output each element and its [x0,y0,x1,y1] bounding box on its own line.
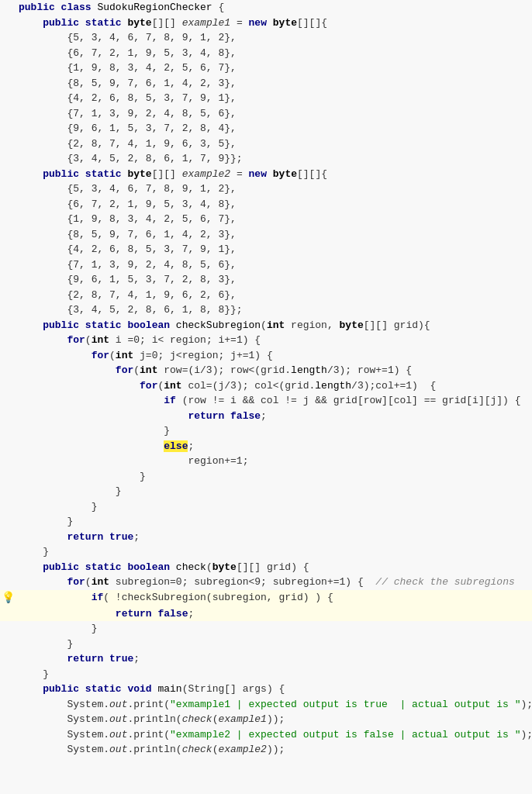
code-content: } [16,637,532,652]
code-content: {1, 9, 8, 3, 4, 2, 5, 6, 7}, [16,60,532,76]
code-line: else; [0,439,532,454]
code-line: } [0,514,532,530]
code-content: {5, 3, 4, 6, 7, 8, 9, 1, 2}, [16,30,532,46]
code-content: System.out.println(check(example1)); [16,712,532,727]
code-line: {8, 5, 9, 7, 6, 1, 4, 2, 3}, [0,76,532,91]
code-line: {7, 1, 3, 9, 2, 4, 8, 5, 6}, [0,257,532,273]
code-line: return true; [0,651,532,667]
code-line: } [0,499,532,515]
code-line: {2, 8, 7, 4, 1, 9, 6, 3, 5}, [0,136,532,152]
code-content: for(int row=(i/3); row<(grid.length/3); … [16,363,532,378]
code-content: public static byte[][] example1 = new by… [16,16,532,31]
code-line: System.out.print("exmample1 | expected o… [0,697,532,713]
code-line: } [0,423,532,439]
code-line: System.out.println(check(example1)); [0,712,532,727]
code-line: {6, 7, 2, 1, 9, 5, 3, 4, 8}, [0,46,532,61]
code-content: for(int i =0; i< region; i+=1) { [16,333,532,348]
code-content: System.out.print("exmample2 | expected o… [16,727,532,743]
code-content: {6, 7, 2, 1, 9, 5, 3, 4, 8}, [16,46,532,61]
code-line: {4, 2, 6, 8, 5, 3, 7, 9, 1}, [0,91,532,106]
code-content: {9, 6, 1, 5, 3, 7, 2, 8, 3}, [16,272,532,288]
code-line: } [0,667,532,682]
code-content: return false; [16,606,532,622]
code-line: {3, 4, 5, 2, 8, 6, 1, 8, 8}}; [0,302,532,318]
code-line: {7, 1, 3, 9, 2, 4, 8, 5, 6}, [0,106,532,122]
code-line: } [0,544,532,560]
code-content: } [16,544,532,560]
code-line: {3, 4, 5, 2, 8, 6, 1, 7, 9}}; [0,151,532,167]
code-content: } [16,621,532,637]
code-line: for(int col=(j/3); col<(grid.length/3);c… [0,378,532,394]
code-line: for(int j=0; j<region; j+=1) { [0,348,532,364]
code-line: public static boolean checkSubregion(int… [0,318,532,333]
code-line: {6, 7, 2, 1, 9, 5, 3, 4, 8}, [0,197,532,212]
code-line: return true; [0,530,532,545]
code-line: if (row != i && col != j && grid[row][co… [0,393,532,409]
code-content: } [16,514,532,530]
code-content: {6, 7, 2, 1, 9, 5, 3, 4, 8}, [16,197,532,212]
code-content: public static boolean checkSubregion(int… [16,318,532,333]
code-line: {9, 6, 1, 5, 3, 7, 2, 8, 4}, [0,121,532,136]
code-content: return true; [16,651,532,667]
code-content: {1, 9, 8, 3, 4, 2, 5, 6, 7}, [16,212,532,227]
code-content: public class SudokuRegionChecker { [16,0,532,16]
code-content: {4, 2, 6, 8, 5, 3, 7, 9, 1}, [16,242,532,257]
code-content: for(int col=(j/3); col<(grid.length/3);c… [16,378,532,394]
code-line: {5, 3, 4, 6, 7, 8, 9, 1, 2}, [0,181,532,197]
code-content: {3, 4, 5, 2, 8, 6, 1, 8, 8}}; [16,302,532,318]
code-content: {5, 3, 4, 6, 7, 8, 9, 1, 2}, [16,181,532,197]
code-content: public static void main(String[] args) { [16,682,532,697]
code-content: } [16,667,532,682]
code-content: {7, 1, 3, 9, 2, 4, 8, 5, 6}, [16,106,532,122]
code-content: } [16,484,532,499]
code-content: {8, 5, 9, 7, 6, 1, 4, 2, 3}, [16,227,532,243]
code-line: } [0,469,532,485]
code-content: for(int subregion=0; subregion<9; subreg… [16,575,532,590]
code-content: return true; [16,530,532,545]
code-content: {3, 4, 5, 2, 8, 6, 1, 7, 9}}; [16,151,532,167]
code-line: for(int row=(i/3); row<(grid.length/3); … [0,363,532,378]
code-content: {9, 6, 1, 5, 3, 7, 2, 8, 4}, [16,121,532,136]
code-content: } [16,469,532,485]
code-line: System.out.println(check(example2)); [0,742,532,758]
code-line: return false; [0,409,532,424]
lightbulb-icon: 💡 [0,590,16,606]
code-content: if( !checkSubregion(subregion, grid) ) { [16,590,532,606]
code-line: {5, 3, 4, 6, 7, 8, 9, 1, 2}, [0,30,532,46]
code-line: for(int i =0; i< region; i+=1) { [0,333,532,348]
code-line: {4, 2, 6, 8, 5, 3, 7, 9, 1}, [0,242,532,257]
code-line: public static void main(String[] args) { [0,682,532,697]
code-editor: public class SudokuRegionChecker { publi… [0,0,532,794]
code-line: public static byte[][] example2 = new by… [0,167,532,182]
code-content: {4, 2, 6, 8, 5, 3, 7, 9, 1}, [16,91,532,106]
code-content: return false; [16,409,532,424]
code-content: public static boolean check(byte[][] gri… [16,560,532,575]
code-line: public static boolean check(byte[][] gri… [0,560,532,575]
code-line: {1, 9, 8, 3, 4, 2, 5, 6, 7}, [0,212,532,227]
code-content: } [16,423,532,439]
code-content: else; [16,439,532,454]
code-line: public static byte[][] example1 = new by… [0,16,532,31]
code-line-highlighted: return false; [0,606,532,622]
code-content: public static byte[][] example2 = new by… [16,167,532,182]
code-content: {2, 8, 7, 4, 1, 9, 6, 2, 6}, [16,288,532,303]
code-line: for(int subregion=0; subregion<9; subreg… [0,575,532,590]
code-content: {2, 8, 7, 4, 1, 9, 6, 3, 5}, [16,136,532,152]
code-content: region+=1; [16,454,532,469]
code-line: System.out.print("exmample2 | expected o… [0,727,532,743]
code-content: {8, 5, 9, 7, 6, 1, 4, 2, 3}, [16,76,532,91]
code-line: } [0,484,532,499]
code-line: public class SudokuRegionChecker { [0,0,532,16]
code-content: {7, 1, 3, 9, 2, 4, 8, 5, 6}, [16,257,532,273]
code-line: {9, 6, 1, 5, 3, 7, 2, 8, 3}, [0,272,532,288]
code-line: region+=1; [0,454,532,469]
code-line-highlighted: 💡 if( !checkSubregion(subregion, grid) )… [0,590,532,606]
code-content: System.out.print("exmample1 | expected o… [16,697,532,713]
code-line: {8, 5, 9, 7, 6, 1, 4, 2, 3}, [0,227,532,243]
code-content: } [16,499,532,515]
code-line: {1, 9, 8, 3, 4, 2, 5, 6, 7}, [0,60,532,76]
code-content: for(int j=0; j<region; j+=1) { [16,348,532,364]
code-line: {2, 8, 7, 4, 1, 9, 6, 2, 6}, [0,288,532,303]
code-line: } [0,621,532,637]
code-line: } [0,637,532,652]
